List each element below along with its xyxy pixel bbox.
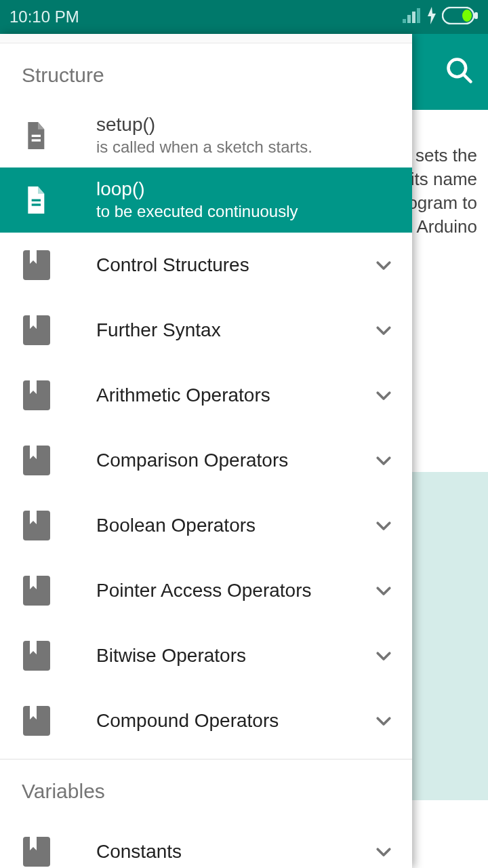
category-title: Further Syntax (96, 319, 371, 341)
category-item-boolean-operators[interactable]: Boolean Operators (0, 493, 412, 558)
bookmark-icon (23, 576, 50, 606)
battery-icon (442, 7, 479, 27)
category-item-comparison-operators[interactable]: Comparison Operators (0, 428, 412, 493)
chevron-down-icon[interactable] (371, 320, 396, 340)
section-header-structure: Structure (0, 43, 412, 103)
bookmark-icon (23, 511, 50, 540)
chevron-down-icon[interactable] (371, 515, 396, 536)
document-icon (23, 186, 47, 214)
status-icons (403, 7, 479, 27)
doc-subtitle: is called when a sketch starts. (96, 136, 390, 158)
chevron-down-icon[interactable] (371, 646, 396, 666)
category-title: Boolean Operators (96, 515, 371, 536)
doc-subtitle: to be executed continuously (96, 201, 390, 222)
category-item-constants[interactable]: Constants (0, 819, 412, 868)
document-icon (23, 122, 47, 149)
chevron-down-icon[interactable] (371, 842, 396, 862)
svg-rect-0 (403, 19, 406, 23)
category-item-arithmetic-operators[interactable]: Arithmetic Operators (0, 363, 412, 428)
category-title: Constants (96, 841, 371, 863)
drawer-top-strip (0, 34, 412, 43)
chevron-down-icon[interactable] (371, 450, 396, 471)
bookmark-icon (23, 380, 50, 410)
chevron-down-icon[interactable] (371, 580, 396, 601)
chevron-down-icon[interactable] (371, 711, 396, 731)
status-bar: 10:10 PM (0, 0, 488, 34)
category-item-control-structures[interactable]: Control Structures (0, 233, 412, 298)
bookmark-icon (23, 315, 50, 345)
svg-rect-12 (32, 203, 41, 205)
bookmark-icon (23, 250, 50, 280)
category-item-further-syntax[interactable]: Further Syntax (0, 298, 412, 363)
doc-item-setup[interactable]: setup() is called when a sketch starts. (0, 103, 412, 167)
category-title: Pointer Access Operators (96, 580, 371, 601)
category-item-compound-operators[interactable]: Compound Operators (0, 688, 412, 753)
svg-rect-11 (32, 199, 41, 201)
bookmark-icon (23, 706, 50, 736)
svg-rect-10 (32, 139, 41, 141)
signal-icon (403, 8, 422, 26)
bookmark-icon (23, 446, 50, 475)
category-title: Compound Operators (96, 710, 371, 732)
svg-rect-5 (474, 12, 478, 19)
charging-icon (427, 7, 436, 27)
drawer-scrim[interactable] (412, 34, 488, 868)
svg-rect-1 (407, 15, 411, 23)
category-item-bitwise-operators[interactable]: Bitwise Operators (0, 623, 412, 688)
category-title: Arithmetic Operators (96, 384, 371, 406)
svg-rect-3 (417, 8, 420, 23)
doc-title: loop() (96, 177, 390, 201)
category-title: Bitwise Operators (96, 645, 371, 667)
category-item-pointer-access-operators[interactable]: Pointer Access Operators (0, 558, 412, 623)
category-title: Control Structures (96, 254, 371, 276)
svg-rect-9 (32, 134, 41, 136)
chevron-down-icon[interactable] (371, 255, 396, 275)
chevron-down-icon[interactable] (371, 385, 396, 406)
svg-rect-6 (462, 9, 472, 22)
bookmark-icon (23, 641, 50, 671)
status-time: 10:10 PM (9, 7, 79, 26)
category-title: Comparison Operators (96, 450, 371, 471)
bookmark-icon (23, 837, 50, 867)
section-header-variables: Variables (0, 760, 412, 819)
doc-item-loop[interactable]: loop() to be executed continuously (0, 167, 412, 232)
navigation-drawer[interactable]: Structure setup() is called when a sketc… (0, 34, 412, 868)
svg-rect-2 (412, 12, 415, 23)
doc-title: setup() (96, 113, 390, 136)
